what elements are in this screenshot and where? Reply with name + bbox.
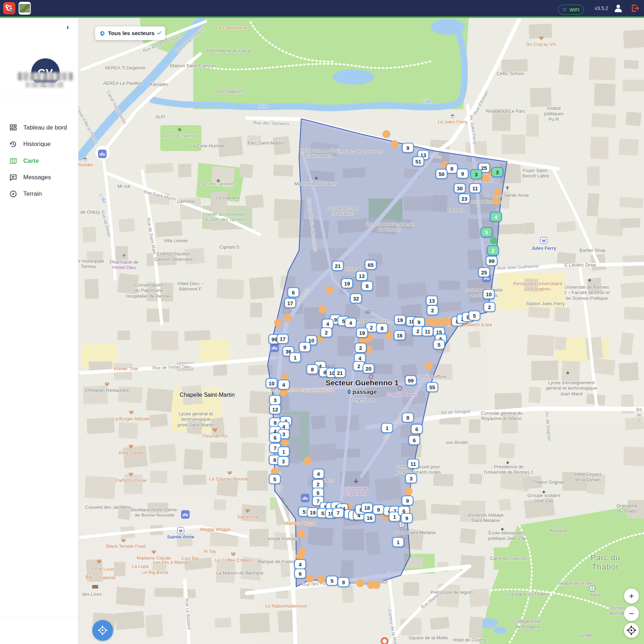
map-marker[interactable]: 32 xyxy=(350,293,362,303)
sidebar-item-map[interactable]: Carte xyxy=(0,154,78,168)
map-marker[interactable]: 3 xyxy=(405,473,417,483)
compass-icon xyxy=(9,190,17,198)
map-marker[interactable]: 99 xyxy=(486,256,498,266)
map-marker[interactable]: 4 xyxy=(294,559,306,569)
map-marker[interactable]: 9 xyxy=(413,317,425,327)
map-marker[interactable]: 5 xyxy=(433,340,445,350)
target-icon xyxy=(627,626,636,635)
map-marker[interactable]: 25 xyxy=(478,267,490,277)
zoom-in-button[interactable]: + xyxy=(624,589,639,604)
map-marker[interactable]: 65 xyxy=(365,260,377,270)
map-marker[interactable]: 30 xyxy=(454,183,466,193)
sidebar-item-label: Tableau de bord xyxy=(23,124,67,131)
map-marker[interactable]: 20 xyxy=(363,364,375,374)
map-marker[interactable]: 2 xyxy=(484,302,496,312)
map-icon xyxy=(9,157,17,165)
map-marker[interactable]: 6 xyxy=(294,569,306,579)
map-marker[interactable]: 9 xyxy=(402,496,414,506)
map-marker[interactable]: 10 xyxy=(483,289,495,299)
map-marker[interactable]: 4 xyxy=(313,469,325,479)
wifi-status-badge: WIFI xyxy=(558,5,584,15)
map-marker[interactable]: 3 xyxy=(492,167,503,177)
top-bar-accent xyxy=(0,16,644,18)
map-marker[interactable]: 9 xyxy=(401,513,413,523)
map-marker[interactable]: 7 xyxy=(332,508,344,518)
map-marker[interactable]: 1 xyxy=(289,352,301,362)
map-marker[interactable]: 6 xyxy=(288,287,299,297)
sidebar: ‹ CV Tableau de bord Historique Carte xyxy=(0,18,78,644)
map-marker[interactable]: 6 xyxy=(269,433,281,443)
wifi-label: WIFI xyxy=(570,7,579,13)
map-marker[interactable]: 50 xyxy=(436,169,448,179)
map-marker[interactable]: 19 xyxy=(341,278,353,288)
map-marker[interactable]: 4 xyxy=(345,318,357,328)
map-marker[interactable]: 51 xyxy=(413,156,424,166)
sector-selector[interactable]: Tous les secteurs xyxy=(95,26,165,40)
sidebar-collapse-icon[interactable]: ‹ xyxy=(67,23,69,31)
map-marker[interactable]: 3 xyxy=(278,456,289,466)
photo-thumbnail-icon[interactable] xyxy=(19,2,31,15)
sidebar-item-help[interactable]: ? Aide xyxy=(0,640,78,644)
map-marker[interactable]: 99 xyxy=(405,375,417,385)
map-marker[interactable]: 3 xyxy=(269,395,281,405)
map-marker[interactable]: 23 xyxy=(459,194,470,204)
map-marker[interactable]: 5 xyxy=(269,474,281,484)
sidebar-item-dashboard[interactable]: Tableau de bord xyxy=(0,121,78,135)
map-marker[interactable]: 17 xyxy=(277,334,289,344)
map-marker[interactable]: 2 xyxy=(355,343,367,353)
map-marker[interactable]: 5 xyxy=(326,576,338,586)
map-marker[interactable]: 19 xyxy=(394,315,406,325)
map-marker[interactable]: 5 xyxy=(469,311,480,321)
map-marker[interactable]: 8 xyxy=(361,281,373,291)
logout-icon[interactable] xyxy=(630,4,640,13)
map-marker[interactable]: 9 xyxy=(373,504,385,514)
locate-button[interactable] xyxy=(624,623,639,638)
map-marker[interactable]: 5 xyxy=(481,227,493,237)
map-marker[interactable]: 9 xyxy=(402,143,414,153)
map-marker[interactable]: 2 xyxy=(427,305,439,315)
map-marker[interactable]: 4 xyxy=(278,380,290,390)
map-marker[interactable]: 16 xyxy=(364,513,376,523)
map-marker[interactable]: 4 xyxy=(490,212,502,222)
my-location-button[interactable] xyxy=(92,620,113,641)
map-marker[interactable]: 11 xyxy=(469,183,481,193)
map-marker[interactable]: 16 xyxy=(394,330,406,340)
map-marker[interactable]: 17 xyxy=(284,298,296,308)
wifi-icon xyxy=(562,8,567,12)
chevron-down-icon xyxy=(157,30,161,34)
map-marker[interactable]: 21 xyxy=(332,261,344,271)
map-marker[interactable]: 12 xyxy=(269,404,281,414)
map-marker[interactable]: 8 xyxy=(446,164,458,174)
map-marker[interactable]: 3 xyxy=(470,169,482,179)
map-marker[interactable]: 9 xyxy=(457,169,469,179)
map-marker[interactable]: 10 xyxy=(266,378,278,388)
sidebar-item-label: Terrain xyxy=(23,190,42,197)
map-marker[interactable]: 11 xyxy=(408,459,419,469)
map-marker[interactable]: 8 xyxy=(307,364,318,374)
map-marker[interactable]: 13 xyxy=(426,296,438,306)
map-marker[interactable]: 9 xyxy=(338,577,350,587)
map-marker[interactable]: 2 xyxy=(487,245,499,255)
map-marker[interactable]: 9 xyxy=(299,342,311,352)
map-marker[interactable]: 1 xyxy=(381,423,393,433)
map-marker[interactable]: 11 xyxy=(422,326,434,336)
map-marker[interactable]: 8 xyxy=(376,323,388,333)
zoom-out-button[interactable]: − xyxy=(624,606,639,621)
map-marker[interactable]: 2 xyxy=(321,327,332,337)
map-marker[interactable]: 8 xyxy=(402,413,414,423)
history-icon xyxy=(9,140,17,148)
map-marker[interactable]: 1 xyxy=(392,537,404,547)
sidebar-item-terrain[interactable]: Terrain xyxy=(0,187,78,201)
map-marker[interactable]: 6 xyxy=(409,435,420,445)
sidebar-item-history[interactable]: Historique xyxy=(0,137,78,151)
map-marker[interactable]: 21 xyxy=(334,368,346,378)
map-marker[interactable]: 19 xyxy=(356,328,368,338)
map-marker[interactable]: 6 xyxy=(411,424,423,434)
map-marker[interactable]: 13 xyxy=(356,271,368,281)
user-account-icon[interactable] xyxy=(614,4,623,13)
sidebar-item-messages[interactable]: Messages xyxy=(0,170,78,185)
app-logo-icon[interactable]: G✓ xyxy=(3,2,15,14)
map-marker[interactable]: 18 xyxy=(361,503,373,513)
map-marker[interactable]: 55 xyxy=(426,382,438,392)
app-version: v3.5.2 xyxy=(595,5,608,11)
